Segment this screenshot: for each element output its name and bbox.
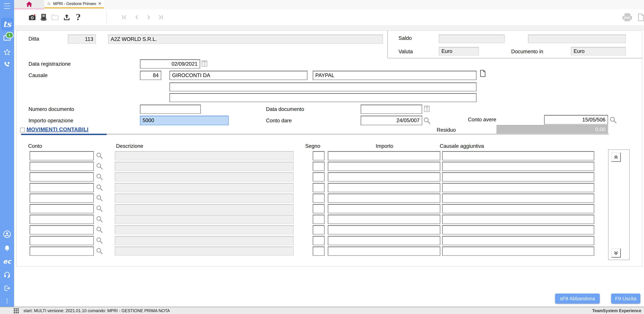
sidebar-item-more[interactable]: ⋮	[0, 297, 14, 304]
numero-documento-field[interactable]	[140, 105, 201, 114]
data-registrazione-calendar-icon[interactable]: 3	[202, 60, 207, 67]
tab-close-icon[interactable]: ✕	[98, 1, 101, 6]
sidebar-item-support[interactable]	[0, 270, 14, 279]
causale-extra2-field[interactable]	[170, 93, 477, 102]
row-conto-field[interactable]	[30, 172, 94, 182]
data-documento-calendar-icon[interactable]: 3	[424, 106, 430, 112]
app-grid-icon[interactable]	[14, 308, 19, 313]
row-conto-search-icon[interactable]	[96, 237, 103, 244]
new-document-button[interactable]	[636, 9, 644, 25]
row-importo-field[interactable]	[328, 172, 440, 182]
row-conto-search-icon[interactable]	[96, 205, 103, 212]
row-segno-field[interactable]	[312, 247, 325, 256]
row-importo-field[interactable]	[328, 204, 440, 214]
row-causale-aggiuntiva-field[interactable]	[442, 215, 594, 224]
print-button[interactable]	[40, 9, 48, 25]
row-causale-aggiuntiva-field[interactable]	[442, 172, 594, 182]
help-button[interactable]: ?	[75, 9, 82, 25]
row-segno-field[interactable]	[312, 215, 325, 224]
causale-desc1-field[interactable]: GIROCONTI DA	[170, 71, 308, 80]
row-importo-field[interactable]	[328, 236, 440, 245]
screenshot-button[interactable]	[28, 9, 36, 25]
row-conto-search-icon[interactable]	[96, 248, 103, 255]
row-causale-aggiuntiva-field[interactable]	[442, 194, 594, 203]
row-causale-aggiuntiva-field[interactable]	[442, 247, 594, 256]
row-importo-field[interactable]	[328, 194, 440, 203]
conto-avere-field[interactable]: 15/05/506	[544, 115, 608, 125]
open-folder-button[interactable]	[51, 9, 59, 25]
conto-dare-search-icon[interactable]	[423, 117, 431, 124]
row-importo-field[interactable]	[328, 162, 440, 171]
causale-note-button[interactable]	[480, 70, 486, 77]
sidebar-item-logout[interactable]	[0, 284, 14, 293]
export-pdf-button[interactable]: PDF	[620, 9, 634, 25]
row-conto-field[interactable]	[30, 162, 94, 171]
row-importo-field[interactable]	[328, 247, 440, 256]
movimenti-contabili-tab[interactable]: MOVIMENTI CONTABILI	[26, 126, 88, 133]
causale-desc2-field[interactable]: PAYPAL	[312, 71, 477, 80]
importo-operazione-field[interactable]: 5000	[140, 116, 229, 125]
row-conto-field[interactable]	[30, 204, 94, 214]
row-causale-aggiuntiva-field[interactable]	[442, 151, 594, 161]
sidebar-item-favorites[interactable]	[0, 48, 14, 56]
row-importo-field[interactable]	[328, 151, 440, 161]
row-conto-field[interactable]	[30, 236, 94, 245]
row-importo-field[interactable]	[328, 183, 440, 192]
nav-prev-button[interactable]	[133, 9, 140, 25]
row-causale-aggiuntiva-field[interactable]	[442, 225, 594, 235]
row-conto-field[interactable]	[30, 151, 94, 161]
conto-avere-search-icon[interactable]	[610, 116, 617, 124]
data-documento-field[interactable]	[360, 105, 422, 114]
data-registrazione-field[interactable]: 02/09/2021	[140, 59, 200, 69]
causale-extra1-field[interactable]	[170, 82, 477, 91]
row-segno-field[interactable]	[312, 162, 325, 171]
row-conto-search-icon[interactable]	[96, 152, 103, 159]
tab-favorite-icon[interactable]: ☆	[47, 1, 51, 6]
export-button[interactable]	[63, 9, 71, 25]
row-conto-search-icon[interactable]	[96, 195, 103, 202]
row-conto-search-icon[interactable]	[96, 173, 103, 180]
hamburger-menu-icon[interactable]	[0, 2, 14, 10]
abbandona-button[interactable]: sF9 Abbandona	[555, 294, 600, 304]
row-causale-aggiuntiva-field[interactable]	[442, 162, 594, 171]
nav-first-button[interactable]	[121, 9, 128, 25]
row-importo-field[interactable]	[328, 225, 440, 235]
rows-scrollbar[interactable]	[608, 149, 630, 260]
tab-gestione-primanota[interactable]: ☆ MPRI - Gestione Primanota ✕	[44, 0, 104, 8]
svg-text:PDF: PDF	[624, 16, 630, 19]
row-segno-field[interactable]	[312, 194, 325, 203]
upload-icon	[63, 13, 70, 21]
row-conto-search-icon[interactable]	[96, 216, 103, 223]
row-importo-field[interactable]	[328, 215, 440, 224]
row-conto-search-icon[interactable]	[96, 184, 103, 191]
row-segno-field[interactable]	[312, 172, 325, 182]
movimenti-checkbox[interactable]	[20, 128, 25, 132]
row-conto-field[interactable]	[30, 225, 94, 235]
row-conto-search-icon[interactable]	[96, 163, 103, 170]
row-conto-field[interactable]	[30, 247, 94, 256]
home-button[interactable]	[14, 0, 44, 9]
row-segno-field[interactable]	[312, 151, 325, 161]
row-causale-aggiuntiva-field[interactable]	[442, 236, 594, 245]
sidebar-item-ec[interactable]: ec	[0, 257, 14, 265]
sidebar-item-documents[interactable]: 1	[0, 33, 14, 42]
teamsystem-logo[interactable]: ts	[0, 17, 14, 31]
sidebar-item-phone[interactable]	[0, 60, 14, 69]
uscita-button[interactable]: F9 Uscita	[611, 294, 640, 304]
nav-next-button[interactable]	[145, 9, 152, 25]
row-segno-field[interactable]	[312, 236, 325, 245]
nav-last-button[interactable]	[157, 9, 164, 25]
row-conto-field[interactable]	[30, 183, 94, 192]
scroll-up-button[interactable]	[611, 152, 621, 162]
scroll-down-button[interactable]	[611, 248, 621, 258]
row-segno-field[interactable]	[312, 204, 325, 214]
row-causale-aggiuntiva-field[interactable]	[442, 183, 594, 192]
causale-code-field[interactable]: 84	[140, 71, 161, 80]
row-causale-aggiuntiva-field[interactable]	[442, 204, 594, 214]
conto-dare-field[interactable]: 24/05/007	[360, 116, 422, 125]
row-segno-field[interactable]	[312, 183, 325, 192]
row-conto-field[interactable]	[30, 194, 94, 203]
row-segno-field[interactable]	[312, 225, 325, 235]
row-conto-field[interactable]	[30, 215, 94, 224]
row-conto-search-icon[interactable]	[96, 226, 103, 233]
